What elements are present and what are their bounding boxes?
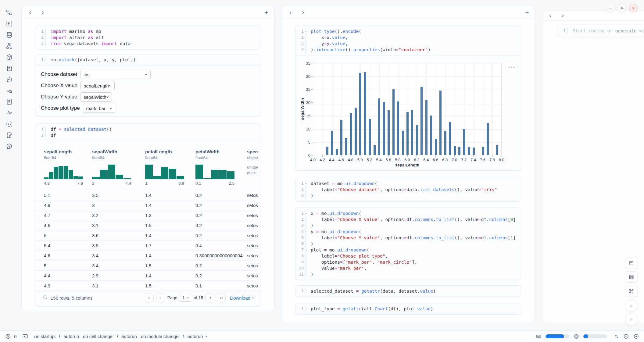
dropdown-select[interactable]: sepalLength xyxy=(80,81,115,90)
chart-bar[interactable] xyxy=(374,145,376,155)
first-page-button[interactable] xyxy=(145,294,154,302)
fold-chevron-icon[interactable] xyxy=(305,30,308,33)
column-header[interactable]: petalLengthfloat6416.9 xyxy=(145,149,195,186)
datasources-icon[interactable] xyxy=(5,31,13,39)
chart-bar[interactable] xyxy=(406,112,409,155)
chart-bar[interactable] xyxy=(468,147,470,155)
dropdown-select[interactable]: sepalWidth xyxy=(80,92,112,102)
documentation-icon[interactable] xyxy=(5,98,13,106)
column-header[interactable]: sepalWidthfloat6424.4 xyxy=(92,149,145,186)
fold-chevron-icon[interactable] xyxy=(305,230,308,233)
table-row[interactable]: 4.63.11.50.2setosa xyxy=(35,220,256,230)
runtime-setting[interactable]: on module change:autorun xyxy=(141,334,208,339)
help-icon[interactable] xyxy=(5,142,13,150)
connection-status-icon[interactable] xyxy=(633,333,639,340)
stop-icon[interactable] xyxy=(625,300,637,312)
chart-menu-icon[interactable] xyxy=(505,61,517,73)
chart-bar[interactable] xyxy=(392,89,395,155)
chart-bar[interactable] xyxy=(359,73,361,155)
dropdown-select[interactable]: mark_bar xyxy=(83,104,115,113)
chevron-left-icon[interactable] xyxy=(287,9,294,16)
column-header[interactable]: speciesobjectunique:nulls: xyxy=(247,149,258,186)
prev-page-button[interactable] xyxy=(156,294,165,302)
chart-bar[interactable] xyxy=(439,91,442,155)
table-row[interactable]: 53.41.50.2setosa xyxy=(35,260,256,270)
dependency-graph-icon[interactable] xyxy=(5,42,13,50)
packages-icon[interactable] xyxy=(5,53,13,61)
variables-icon[interactable] xyxy=(5,20,13,28)
code-editor[interactable]: 1mo.vstack([dataset, x, y, plot]) xyxy=(35,54,261,65)
chart-bar[interactable] xyxy=(383,102,385,155)
chart-bar[interactable] xyxy=(463,129,465,155)
fold-chevron-icon[interactable] xyxy=(305,212,308,215)
chart-bar[interactable] xyxy=(454,146,456,155)
add-cell-icon[interactable] xyxy=(523,9,531,16)
chart-bar[interactable] xyxy=(326,147,328,155)
chart-bar[interactable] xyxy=(355,108,357,155)
code-editor[interactable]: 1import marimo as mo2import altair as al… xyxy=(35,26,261,49)
empty-cell-editor[interactable]: 1 Start coding or generate with xyxy=(557,25,644,37)
chart-bar[interactable] xyxy=(388,110,390,155)
run-icon[interactable] xyxy=(625,313,637,326)
chart-bar[interactable] xyxy=(345,138,347,155)
generate-link[interactable]: generate xyxy=(615,28,637,33)
chart-bar[interactable] xyxy=(364,72,366,155)
table-row[interactable]: 4.93.11.50.1setosa xyxy=(35,280,256,290)
layout-icon[interactable] xyxy=(625,271,638,283)
ai-chat-icon[interactable] xyxy=(5,76,13,84)
chart-bar[interactable] xyxy=(449,122,451,155)
file-explorer-icon[interactable] xyxy=(5,9,13,16)
runtime-setting[interactable]: on startup:autorun xyxy=(34,334,79,339)
chevron-right-icon[interactable] xyxy=(39,9,46,16)
fold-chevron-icon[interactable] xyxy=(305,182,308,185)
runtime-setting[interactable]: on cell change:autorun xyxy=(83,334,137,339)
next-page-button[interactable] xyxy=(206,294,214,302)
terminal-icon[interactable] xyxy=(22,333,28,340)
chart-bar[interactable] xyxy=(487,123,489,155)
code-editor[interactable]: 1df = selected_dataset()2df xyxy=(35,124,261,141)
chart-bar[interactable] xyxy=(411,110,413,155)
chart-bar[interactable] xyxy=(378,98,380,155)
chart-bar[interactable] xyxy=(430,116,432,155)
table-row[interactable]: 4.931.40.2setosa xyxy=(35,200,256,210)
column-header[interactable]: petalWidthfloat640.12.5 xyxy=(195,149,247,186)
outline-icon[interactable] xyxy=(5,87,13,94)
table-row[interactable]: 4.63.41.40.30000000000000004setosa xyxy=(35,250,256,260)
chart-bar[interactable] xyxy=(444,131,446,155)
close-icon[interactable] xyxy=(629,4,638,12)
chevron-right-icon[interactable] xyxy=(559,12,566,19)
chevron-left-icon[interactable] xyxy=(547,12,554,19)
column-histogram[interactable] xyxy=(92,164,131,179)
table-row[interactable]: 53.61.40.2setosa xyxy=(35,230,256,240)
chart-bar[interactable] xyxy=(496,145,498,155)
ai-assistant-icon[interactable] xyxy=(623,333,629,340)
chart-bar[interactable] xyxy=(482,147,484,155)
logs-icon[interactable] xyxy=(5,64,13,72)
chart-bar[interactable] xyxy=(458,147,460,155)
code-editor[interactable]: 1plot_type = getattr(alt.Chart(df), plot… xyxy=(295,303,521,314)
table-row[interactable]: 4.42.91.40.2setosa xyxy=(35,270,256,280)
chart-bar[interactable] xyxy=(369,119,371,155)
snippets-icon[interactable] xyxy=(5,120,13,128)
column-header[interactable]: sepalLengthfloat644.37.9 xyxy=(44,149,92,186)
table-row[interactable]: 4.73.21.30.2setosa xyxy=(35,210,256,220)
add-cell-icon[interactable] xyxy=(263,9,270,16)
chart-bar[interactable] xyxy=(336,149,338,155)
chart-bar[interactable] xyxy=(331,131,333,155)
chart-bar[interactable] xyxy=(435,139,437,155)
table-row[interactable]: 5.13.51.40.2setosa xyxy=(35,190,256,200)
chart-bar[interactable] xyxy=(340,120,342,155)
column-histogram[interactable] xyxy=(195,164,234,179)
scratchpad-icon[interactable] xyxy=(5,131,13,139)
column-histogram[interactable] xyxy=(44,164,83,179)
table-row[interactable]: 5.43.91.70.4setosa xyxy=(35,240,256,250)
code-editor[interactable]: 1x = mo.ui.dropdown(2 label="Choose X va… xyxy=(295,208,521,280)
chart-bar[interactable] xyxy=(350,113,352,155)
save-icon[interactable] xyxy=(625,258,638,269)
chevron-left-icon[interactable] xyxy=(27,9,34,16)
tracing-icon[interactable] xyxy=(5,109,13,117)
chart-bar[interactable] xyxy=(416,125,418,155)
keyboard-shortcuts-icon[interactable] xyxy=(625,286,638,297)
search-icon[interactable] xyxy=(43,295,48,301)
errors-icon[interactable] xyxy=(5,333,11,340)
